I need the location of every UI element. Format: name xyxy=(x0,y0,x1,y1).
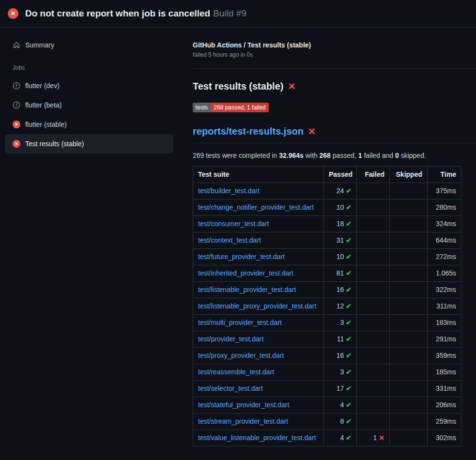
sidebar-item-flutter-beta[interactable]: flutter (beta) xyxy=(5,95,173,115)
time-cell: 272ms xyxy=(428,249,461,265)
section-title: Test results (stable) ✕ xyxy=(193,81,476,92)
run-title: Do not create report when job is cancell… xyxy=(25,8,210,18)
suite-cell: test/builder_test.dart xyxy=(193,183,324,199)
failed-x-icon: ✕ xyxy=(308,127,316,136)
sidebar-item-flutter-stable[interactable]: ✕ flutter (stable) xyxy=(5,115,173,134)
test-suite-link[interactable]: test/stateful_provider_test.dart xyxy=(198,401,289,409)
time-cell: 1.065s xyxy=(428,265,461,282)
col-header-passed: Passed xyxy=(324,167,357,183)
time-cell: 280ms xyxy=(428,199,461,216)
skipped-cell xyxy=(390,298,428,315)
passed-count: 81 xyxy=(337,269,344,277)
time-cell: 206ms xyxy=(428,397,461,414)
sidebar-item-test-results-stable[interactable]: ✕ Test results (stable) xyxy=(5,134,173,153)
tests-badge: tests 268 passed, 1 failed xyxy=(193,103,269,112)
suite-cell: test/proxy_provider_test.dart xyxy=(193,348,324,364)
neutral-status-icon xyxy=(13,101,20,109)
table-row: test/change_notifier_provider_test.dart1… xyxy=(193,199,461,216)
summary-line: 269 tests were completed in 32.964s with… xyxy=(193,152,476,159)
passed-cell: 17✔ xyxy=(324,381,357,397)
check-icon: ✔ xyxy=(346,203,352,211)
passed-count: 4 xyxy=(340,434,344,442)
test-suite-link[interactable]: test/builder_test.dart xyxy=(198,187,260,195)
failed-status-icon: ✕ xyxy=(13,140,20,148)
summary-failed: 1 xyxy=(358,152,362,159)
time-cell: 302ms xyxy=(428,430,461,446)
time-cell: 183ms xyxy=(428,315,461,331)
passed-count: 16 xyxy=(337,286,344,293)
passed-cell: 18✔ xyxy=(324,216,357,232)
test-suite-link[interactable]: test/listenable_proxy_provider_test.dart xyxy=(198,302,316,310)
suite-cell: test/context_test.dart xyxy=(193,232,324,249)
skipped-cell xyxy=(390,249,428,265)
skipped-cell xyxy=(390,265,428,282)
skipped-cell xyxy=(390,232,428,249)
test-suite-link[interactable]: test/stream_provider_test.dart xyxy=(198,417,288,425)
table-row: test/proxy_provider_test.dart16✔359ms xyxy=(193,348,461,364)
report-link[interactable]: reports/test-results.json xyxy=(193,126,304,137)
skipped-cell xyxy=(390,331,428,348)
sidebar-item-summary[interactable]: Summary xyxy=(5,35,173,55)
table-row: test/inherited_provider_test.dart81✔1.06… xyxy=(193,265,461,282)
time-cell: 185ms xyxy=(428,364,461,381)
check-icon: ✔ xyxy=(346,434,352,442)
check-icon: ✔ xyxy=(346,236,352,244)
passed-cell: 16✔ xyxy=(324,282,357,298)
test-suite-link[interactable]: test/future_provider_test.dart xyxy=(198,253,285,261)
table-row: test/listenable_proxy_provider_test.dart… xyxy=(193,298,461,315)
suite-cell: test/provider_test.dart xyxy=(193,331,324,348)
section-title-text: Test results (stable) xyxy=(193,81,283,92)
home-icon xyxy=(13,41,20,49)
test-suite-link[interactable]: test/consumer_test.dart xyxy=(198,220,269,228)
test-suite-link[interactable]: test/inherited_provider_test.dart xyxy=(198,269,293,277)
check-icon: ✔ xyxy=(346,286,352,293)
test-suite-link[interactable]: test/selector_test.dart xyxy=(198,384,263,392)
failed-cell: 1✕ xyxy=(357,430,390,446)
sidebar-job-label: flutter (stable) xyxy=(25,121,67,128)
suite-cell: test/consumer_test.dart xyxy=(193,216,324,232)
passed-count: 18 xyxy=(337,220,344,228)
table-header-row: Test suite Passed Failed Skipped Time xyxy=(193,167,461,183)
test-suite-link[interactable]: test/value_listenable_provider_test.dart xyxy=(198,434,316,442)
page-layout: Summary Jobs flutter (dev) flut xyxy=(0,28,476,458)
passed-cell: 81✔ xyxy=(324,265,357,282)
main-content: GitHub Actions / Test results (stable) f… xyxy=(179,28,476,458)
breadcrumb: GitHub Actions / Test results (stable) xyxy=(193,41,476,49)
test-suite-link[interactable]: test/provider_test.dart xyxy=(198,335,263,343)
time-cell: 324ms xyxy=(428,216,461,232)
table-row: test/consumer_test.dart18✔324ms xyxy=(193,216,461,232)
sidebar-job-label: Test results (stable) xyxy=(25,140,84,148)
passed-cell: 11✔ xyxy=(324,331,357,348)
check-icon: ✔ xyxy=(346,352,352,359)
suite-cell: test/selector_test.dart xyxy=(193,381,324,397)
skipped-cell xyxy=(390,348,428,364)
jobs-heading: Jobs xyxy=(0,64,179,71)
passed-count: 8 xyxy=(340,417,344,425)
failed-cell xyxy=(357,183,390,199)
test-suite-link[interactable]: test/multi_provider_test.dart xyxy=(198,319,282,326)
passed-count: 17 xyxy=(337,384,344,392)
suite-cell: test/reassemble_test.dart xyxy=(193,364,324,381)
passed-count: 3 xyxy=(340,319,344,326)
test-suite-link[interactable]: test/listenable_provider_test.dart xyxy=(198,286,296,293)
skipped-cell xyxy=(390,183,428,199)
passed-cell: 24✔ xyxy=(324,183,357,199)
sidebar-item-flutter-dev[interactable]: flutter (dev) xyxy=(5,76,173,95)
suite-cell: test/inherited_provider_test.dart xyxy=(193,265,324,282)
summary-time: 32.964s xyxy=(279,152,304,159)
test-suite-link[interactable]: test/change_notifier_provider_test.dart xyxy=(198,203,314,211)
failed-cell xyxy=(357,199,390,216)
failed-cell xyxy=(357,232,390,249)
build-number: Build #9 xyxy=(213,8,246,18)
time-cell: 375ms xyxy=(428,183,461,199)
table-row: test/value_listenable_provider_test.dart… xyxy=(193,430,461,446)
skipped-cell xyxy=(390,414,428,430)
failed-cell xyxy=(357,249,390,265)
skipped-cell xyxy=(390,381,428,397)
table-row: test/selector_test.dart17✔331ms xyxy=(193,381,461,397)
test-suite-link[interactable]: test/reassemble_test.dart xyxy=(198,368,274,376)
suite-cell: test/value_listenable_provider_test.dart xyxy=(193,430,324,446)
time-cell: 311ms xyxy=(428,298,461,315)
test-suite-link[interactable]: test/proxy_provider_test.dart xyxy=(198,352,284,359)
test-suite-link[interactable]: test/context_test.dart xyxy=(198,236,261,244)
